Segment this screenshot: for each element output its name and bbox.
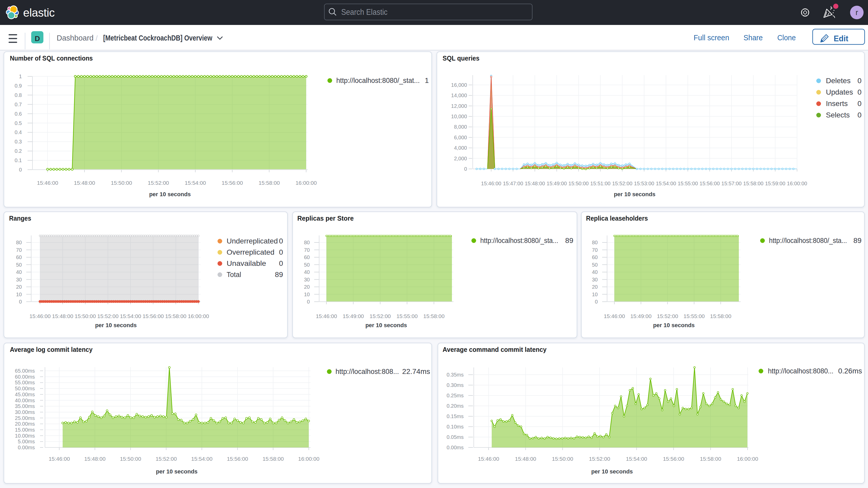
svg-text:per 10 seconds: per 10 seconds (591, 468, 633, 475)
svg-text:20: 20 (592, 284, 598, 290)
svg-text:80: 80 (304, 240, 310, 245)
svg-text:15:52:00: 15:52:00 (370, 313, 391, 319)
svg-text:15:55:00: 15:55:00 (683, 313, 705, 319)
svg-text:per 10 seconds: per 10 seconds (653, 322, 695, 329)
svg-text:15:51:00: 15:51:00 (590, 181, 611, 186)
svg-text:0.4: 0.4 (14, 129, 22, 135)
svg-text:55.00ms: 55.00ms (15, 379, 35, 385)
svg-text:10: 10 (592, 292, 598, 297)
svg-text:0.7: 0.7 (14, 101, 22, 107)
svg-text:http://localhost:8080/_sta...: http://localhost:8080/_sta... (769, 237, 847, 245)
svg-text:per 10 seconds: per 10 seconds (156, 468, 197, 475)
svg-text:Unavailable: Unavailable (227, 259, 266, 267)
svg-text:elastic: elastic (23, 6, 55, 19)
svg-text:D: D (35, 35, 40, 42)
svg-text:http://localhost:8080/_stat...: http://localhost:8080/_stat... (336, 77, 420, 85)
svg-text:0: 0 (464, 166, 467, 172)
svg-text:0.25ms: 0.25ms (446, 393, 464, 398)
svg-text:0: 0 (19, 299, 22, 305)
svg-text:1: 1 (425, 77, 429, 85)
svg-text:0: 0 (857, 77, 862, 85)
svg-text:15:46:00: 15:46:00 (604, 313, 625, 319)
svg-text:15:59:00: 15:59:00 (765, 181, 785, 186)
svg-text:Updates: Updates (826, 88, 853, 96)
svg-text:Ranges: Ranges (9, 214, 31, 222)
svg-text:15:58:00: 15:58:00 (743, 181, 764, 186)
svg-text:50.00ms: 50.00ms (15, 386, 35, 391)
svg-text:Average log commit latency: Average log commit latency (10, 345, 93, 354)
svg-text:80: 80 (592, 240, 598, 245)
svg-text:15:46:00: 15:46:00 (49, 456, 70, 462)
svg-text:0: 0 (307, 299, 310, 305)
svg-text:50: 50 (592, 262, 598, 268)
svg-text:Total: Total (227, 271, 241, 279)
svg-text:15:52:00: 15:52:00 (97, 313, 119, 319)
svg-text:16:00:00: 16:00:00 (737, 456, 758, 462)
svg-text:1: 1 (19, 73, 22, 79)
svg-text:[Metricbeat CockroachDB] Overv: [Metricbeat CockroachDB] Overview (103, 34, 212, 42)
svg-text:15:49:00: 15:49:00 (343, 313, 364, 319)
svg-text:Dashboard: Dashboard (57, 34, 94, 42)
svg-text:20: 20 (16, 284, 22, 290)
svg-text:15:50:00: 15:50:00 (74, 313, 96, 319)
svg-text:60: 60 (16, 254, 22, 260)
svg-text:15:54:00: 15:54:00 (185, 180, 206, 186)
svg-text:0: 0 (857, 88, 862, 96)
svg-text:0.2: 0.2 (14, 148, 22, 154)
svg-text:0.00ms: 0.00ms (446, 445, 464, 450)
svg-text:35.00ms: 35.00ms (15, 403, 35, 409)
svg-text:15:48:00: 15:48:00 (52, 313, 73, 319)
svg-text:40: 40 (304, 269, 310, 275)
svg-text:0.1: 0.1 (14, 157, 22, 163)
svg-text:50: 50 (16, 262, 22, 268)
svg-text:per 10 seconds: per 10 seconds (365, 322, 407, 329)
svg-text:15:52:00: 15:52:00 (657, 313, 678, 319)
svg-text:15:54:00: 15:54:00 (626, 456, 647, 462)
svg-text:Underreplicated: Underreplicated (227, 237, 278, 245)
svg-text:per 10 seconds: per 10 seconds (95, 322, 137, 329)
svg-text:0.9: 0.9 (14, 83, 22, 89)
svg-text:Number of SQL connections: Number of SQL connections (10, 54, 93, 62)
svg-text:15:46:00: 15:46:00 (478, 456, 499, 462)
svg-text:60.00ms: 60.00ms (15, 374, 35, 379)
svg-text:10: 10 (304, 292, 310, 297)
svg-text:15:46:00: 15:46:00 (29, 313, 51, 319)
svg-text:70: 70 (592, 247, 598, 253)
svg-text:60: 60 (304, 254, 310, 260)
svg-text:r: r (856, 8, 858, 17)
svg-text:Share: Share (744, 33, 763, 42)
svg-text:15:56:00: 15:56:00 (663, 456, 684, 462)
svg-text:10: 10 (16, 292, 22, 297)
svg-text:16:00:00: 16:00:00 (298, 456, 319, 462)
svg-text:6,000: 6,000 (454, 134, 467, 140)
svg-text:Replicas per Store: Replicas per Store (297, 214, 354, 222)
svg-text:14,000: 14,000 (451, 92, 467, 98)
svg-text:15:56:00: 15:56:00 (700, 181, 720, 186)
svg-text:SQL queries: SQL queries (442, 54, 479, 62)
svg-text:16:00:00: 16:00:00 (188, 313, 209, 319)
svg-text:15:57:00: 15:57:00 (721, 181, 742, 186)
svg-text:0: 0 (857, 99, 862, 108)
svg-text:15:52:00: 15:52:00 (612, 181, 632, 186)
svg-text:15:54:00: 15:54:00 (191, 456, 213, 462)
svg-text:22.74ms: 22.74ms (402, 367, 430, 375)
svg-text:15:52:00: 15:52:00 (148, 180, 169, 186)
svg-text:30: 30 (304, 277, 310, 282)
svg-text:89: 89 (275, 271, 283, 279)
svg-text:15:50:00: 15:50:00 (120, 456, 141, 462)
svg-text:30: 30 (592, 277, 598, 282)
svg-text:40.00ms: 40.00ms (15, 398, 35, 403)
svg-text:89: 89 (854, 237, 862, 245)
svg-text:0.10ms: 0.10ms (446, 424, 464, 430)
svg-text:15:54:00: 15:54:00 (120, 313, 141, 319)
svg-text:15:55:00: 15:55:00 (396, 313, 417, 319)
svg-text:0.5: 0.5 (14, 120, 22, 126)
svg-text:0.3: 0.3 (14, 139, 22, 145)
svg-text:per 10 seconds: per 10 seconds (614, 191, 655, 197)
svg-text:20.00ms: 20.00ms (15, 421, 35, 427)
svg-text:15:52:00: 15:52:00 (156, 456, 177, 462)
svg-text:0.05ms: 0.05ms (446, 434, 464, 440)
svg-text:http://localhost:808...: http://localhost:808... (336, 367, 399, 375)
svg-text:per 10 seconds: per 10 seconds (149, 191, 191, 197)
svg-text:70: 70 (304, 247, 310, 253)
